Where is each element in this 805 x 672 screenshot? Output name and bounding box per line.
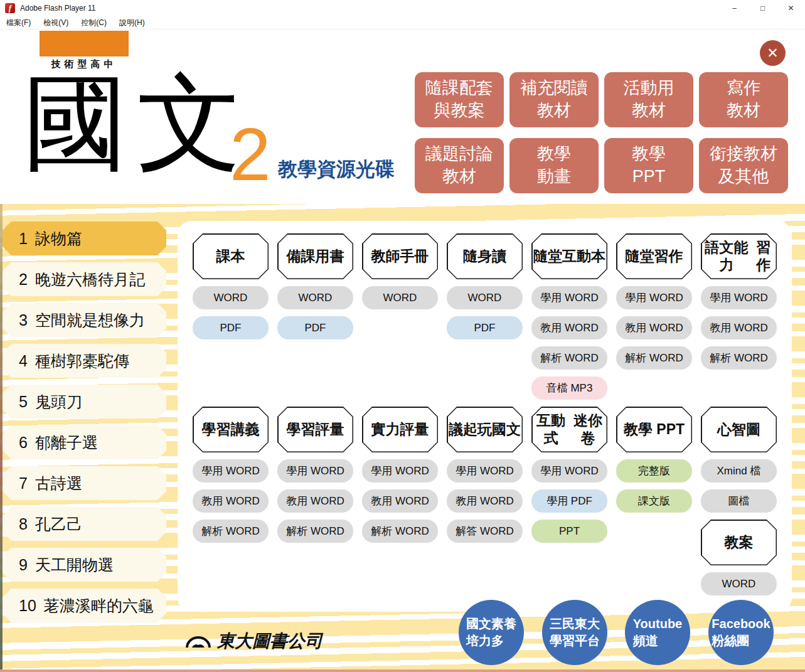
- resource-header-button[interactable]: 教案: [701, 520, 777, 565]
- file-button-word[interactable]: 解答 WORD: [447, 520, 523, 543]
- file-button-word[interactable]: 學用 WORD: [277, 459, 353, 483]
- resource-header-button[interactable]: 隨堂互動本: [531, 233, 607, 279]
- label-line: 及其他: [718, 167, 769, 186]
- category-button-7[interactable]: 銜接教材及其他: [699, 138, 788, 193]
- file-button-word[interactable]: WORD: [701, 572, 777, 595]
- file-button-pdf[interactable]: 學用 PDF: [531, 489, 607, 513]
- file-button-word[interactable]: 學用 WORD: [531, 286, 607, 309]
- lesson-number: 5: [19, 393, 28, 411]
- file-button-word[interactable]: 教用 WORD: [701, 316, 777, 339]
- label-line: 議題討論: [425, 144, 493, 163]
- category-button-6[interactable]: 教學PPT: [604, 138, 693, 193]
- file-button-word[interactable]: 教用 WORD: [362, 489, 438, 513]
- file-button-word[interactable]: WORD: [362, 286, 438, 309]
- file-button-word[interactable]: 解析 WORD: [616, 346, 692, 370]
- page-title: 國文: [23, 68, 251, 179]
- file-button-word[interactable]: 解析 WORD: [701, 346, 777, 370]
- lesson-number: 1: [19, 230, 28, 248]
- file-button-word[interactable]: 學用 WORD: [362, 459, 438, 483]
- file-button-word[interactable]: 教用 WORD: [616, 316, 692, 339]
- file-button-word[interactable]: WORD: [193, 286, 269, 309]
- resource-header-button[interactable]: 備課用書: [277, 233, 353, 279]
- sidebar-item-lesson-1[interactable]: 1詠物篇: [3, 221, 166, 255]
- file-button-word[interactable]: 教用 WORD: [531, 316, 607, 339]
- group2-column-4: 互動式迷你卷學用 WORD學用 PDFPPT: [531, 407, 607, 543]
- link-facebook-page[interactable]: Facebook粉絲團: [708, 600, 774, 665]
- file-button-word[interactable]: Xmind 檔: [701, 459, 777, 483]
- resource-header-button[interactable]: 隨堂習作: [616, 233, 692, 279]
- file-button-green[interactable]: 課文版: [616, 489, 692, 513]
- menu-item-3[interactable]: 說明(H): [119, 18, 145, 28]
- file-button-word[interactable]: WORD: [447, 286, 523, 309]
- category-button-2[interactable]: 活動用教材: [604, 72, 693, 127]
- resource-header-button[interactable]: 學習評量: [277, 407, 353, 452]
- file-button-mp3[interactable]: 音檔 MP3: [531, 376, 607, 400]
- file-button-word[interactable]: 學用 WORD: [531, 459, 607, 483]
- file-button-word[interactable]: 學用 WORD: [701, 286, 777, 309]
- label-line: 教材: [442, 167, 476, 186]
- sidebar-item-lesson-5[interactable]: 5鬼頭刀: [3, 385, 166, 419]
- resource-grid-top: 課本WORDPDF備課用書WORDPDF教師手冊WORD隨身讀WORDPDF隨堂…: [193, 233, 777, 400]
- category-button-label: 議題討論教材: [425, 143, 493, 188]
- lesson-title: 晚遊六橋待月記: [35, 269, 145, 290]
- resource-header-button[interactable]: 學習講義: [193, 407, 269, 452]
- resource-header-button[interactable]: 心智圖: [701, 407, 777, 452]
- resource-header-label: 實力評量: [363, 408, 437, 452]
- lesson-number: 4: [19, 352, 28, 370]
- link-sanmin-platform[interactable]: 三民東大學習平台: [542, 600, 607, 665]
- lesson-title: 種樹郭橐駝傳: [35, 351, 129, 371]
- publisher-logo-block: [40, 31, 129, 56]
- file-button-pdf[interactable]: PDF: [447, 316, 523, 339]
- resource-header-button[interactable]: 教師手冊: [362, 233, 438, 279]
- resource-header-button[interactable]: 互動式迷你卷: [531, 407, 607, 452]
- link-literacy-platform[interactable]: 國文素養培力多: [459, 600, 524, 665]
- resource-header-button[interactable]: 語文能力習作: [701, 233, 777, 279]
- sidebar-item-lesson-7[interactable]: 7古詩選: [3, 466, 166, 500]
- file-button-word[interactable]: 教用 WORD: [193, 489, 269, 513]
- sidebar-item-lesson-2[interactable]: 2晚遊六橋待月記: [3, 262, 166, 296]
- sidebar-item-lesson-3[interactable]: 3空間就是想像力: [3, 303, 166, 337]
- file-button-word[interactable]: 教用 WORD: [277, 489, 353, 513]
- label-line: 語文能力: [702, 239, 752, 274]
- file-button-word[interactable]: 教用 WORD: [447, 489, 523, 513]
- category-button-3[interactable]: 寫作教材: [699, 72, 788, 127]
- category-button-5[interactable]: 教學動畫: [509, 138, 599, 193]
- group2-column-1: 學習評量學用 WORD教用 WORD解析 WORD: [277, 407, 353, 543]
- maximize-button[interactable]: □: [749, 0, 777, 16]
- sidebar-item-lesson-10[interactable]: 10荖濃溪畔的六龜: [3, 589, 166, 622]
- sidebar-item-lesson-4[interactable]: 4種樹郭橐駝傳: [3, 344, 166, 378]
- file-button-word[interactable]: 解析 WORD: [362, 520, 438, 543]
- file-button-green[interactable]: PPT: [531, 520, 607, 543]
- file-button-word[interactable]: 解析 WORD: [531, 346, 607, 370]
- category-button-4[interactable]: 議題討論教材: [415, 138, 504, 193]
- resource-header-button[interactable]: 實力評量: [362, 407, 438, 452]
- category-button-0[interactable]: 隨課配套與教案: [415, 72, 504, 127]
- file-button-word[interactable]: 圖檔: [701, 489, 777, 513]
- resource-header-button[interactable]: 隨身讀: [447, 233, 523, 279]
- resource-header-button[interactable]: 課本: [193, 233, 269, 279]
- close-window-button[interactable]: ✕: [777, 0, 805, 16]
- file-button-word[interactable]: 學用 WORD: [616, 286, 692, 309]
- resource-header-label: 學習評量: [279, 408, 353, 452]
- file-button-word[interactable]: 學用 WORD: [447, 459, 523, 483]
- sidebar-item-lesson-9[interactable]: 9天工開物選: [3, 548, 166, 582]
- sidebar-item-lesson-8[interactable]: 8孔乙己: [3, 507, 166, 541]
- file-button-word[interactable]: 解析 WORD: [277, 520, 353, 543]
- minimize-button[interactable]: –: [720, 0, 749, 16]
- file-button-word[interactable]: 解析 WORD: [193, 520, 269, 543]
- resource-header-label: 教案: [702, 521, 776, 565]
- file-button-word[interactable]: WORD: [277, 286, 353, 309]
- category-button-1[interactable]: 補充閱讀教材: [509, 72, 599, 127]
- menu-item-1[interactable]: 檢視(V): [43, 18, 68, 28]
- app-close-button[interactable]: ✕: [760, 40, 786, 66]
- resource-header-button[interactable]: 議起玩國文: [447, 407, 523, 452]
- menu-item-2[interactable]: 控制(C): [81, 18, 107, 28]
- sidebar-item-lesson-6[interactable]: 6郁離子選: [3, 425, 166, 459]
- file-button-pdf[interactable]: PDF: [193, 316, 269, 339]
- file-button-word[interactable]: 學用 WORD: [193, 459, 269, 483]
- menu-item-0[interactable]: 檔案(F): [6, 18, 31, 28]
- file-button-pdf[interactable]: PDF: [277, 316, 353, 339]
- resource-header-button[interactable]: 教學 PPT: [616, 407, 692, 452]
- file-button-green[interactable]: 完整版: [616, 459, 692, 483]
- link-youtube-channel[interactable]: Youtube頻道: [625, 600, 690, 665]
